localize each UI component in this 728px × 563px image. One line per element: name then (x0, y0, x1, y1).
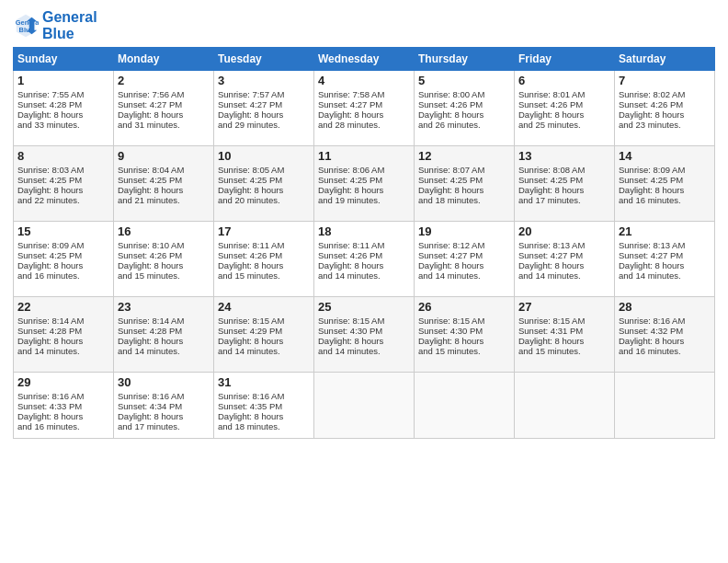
calendar-cell: 25Sunrise: 8:15 AMSunset: 4:30 PMDayligh… (314, 297, 415, 373)
calendar-cell: 9Sunrise: 8:04 AMSunset: 4:25 PMDaylight… (114, 146, 214, 222)
calendar-cell: 6Sunrise: 8:01 AMSunset: 4:26 PMDaylight… (515, 71, 615, 146)
day-number: 3 (218, 74, 310, 87)
calendar-cell: 18Sunrise: 8:11 AMSunset: 4:26 PMDayligh… (314, 222, 415, 297)
day-info: Daylight: 8 hours (17, 185, 109, 195)
day-number: 23 (118, 300, 210, 314)
day-info: and 15 minutes. (418, 346, 510, 356)
calendar-cell: 16Sunrise: 8:10 AMSunset: 4:26 PMDayligh… (114, 222, 214, 297)
day-info: Sunrise: 7:55 AM (17, 89, 109, 99)
logo-text2: Blue (42, 26, 97, 42)
day-info: and 33 minutes. (17, 120, 109, 130)
day-info: Daylight: 8 hours (118, 260, 210, 270)
calendar-cell: 28Sunrise: 8:16 AMSunset: 4:32 PMDayligh… (615, 297, 715, 373)
day-number: 25 (318, 300, 410, 314)
day-info: Sunset: 4:25 PM (17, 175, 109, 185)
calendar-cell: 24Sunrise: 8:15 AMSunset: 4:29 PMDayligh… (214, 297, 314, 373)
day-info: and 17 minutes. (518, 195, 610, 205)
day-info: Sunrise: 8:05 AM (218, 165, 310, 175)
day-info: Daylight: 8 hours (619, 185, 711, 195)
day-number: 31 (218, 375, 310, 389)
day-info: Sunset: 4:25 PM (518, 175, 610, 185)
calendar-cell: 4Sunrise: 7:58 AMSunset: 4:27 PMDaylight… (314, 71, 415, 146)
day-info: Sunset: 4:28 PM (17, 99, 109, 109)
day-info: and 15 minutes. (118, 270, 210, 281)
day-info: and 14 minutes. (318, 270, 410, 281)
calendar-cell (415, 373, 515, 439)
day-info: Daylight: 8 hours (118, 185, 210, 195)
logo-icon: General Blue (13, 13, 39, 39)
day-info: and 16 minutes. (17, 421, 109, 431)
calendar-cell: 15Sunrise: 8:09 AMSunset: 4:25 PMDayligh… (14, 222, 114, 297)
day-info: Daylight: 8 hours (418, 336, 510, 346)
calendar-cell: 3Sunrise: 7:57 AMSunset: 4:27 PMDaylight… (214, 71, 314, 146)
week-row-1: 1Sunrise: 7:55 AMSunset: 4:28 PMDaylight… (14, 71, 715, 146)
day-number: 16 (118, 224, 210, 238)
day-info: Sunrise: 8:16 AM (218, 391, 310, 401)
calendar-cell: 2Sunrise: 7:56 AMSunset: 4:27 PMDaylight… (114, 71, 214, 146)
logo-text: General (42, 9, 97, 26)
day-number: 9 (118, 149, 210, 163)
day-number: 12 (418, 149, 510, 163)
day-info: Sunrise: 7:58 AM (318, 89, 410, 99)
calendar-cell: 29Sunrise: 8:16 AMSunset: 4:33 PMDayligh… (14, 373, 114, 439)
day-info: and 20 minutes. (218, 195, 310, 205)
day-info: and 14 minutes. (518, 270, 610, 281)
day-info: and 31 minutes. (118, 120, 210, 130)
day-info: Daylight: 8 hours (218, 260, 310, 270)
day-info: Sunset: 4:34 PM (118, 401, 210, 411)
day-info: Sunset: 4:25 PM (118, 175, 210, 185)
day-info: and 19 minutes. (318, 195, 410, 205)
day-info: Daylight: 8 hours (17, 411, 109, 421)
day-info: and 18 minutes. (418, 195, 510, 205)
day-info: Sunset: 4:26 PM (318, 250, 410, 260)
day-number: 29 (17, 375, 109, 389)
page-container: General Blue General Blue SundayMondayTu… (0, 0, 728, 448)
day-info: Sunrise: 8:02 AM (619, 89, 711, 99)
calendar-cell (314, 373, 415, 439)
day-info: Sunset: 4:26 PM (418, 99, 510, 109)
day-info: Sunset: 4:28 PM (17, 326, 109, 336)
calendar-cell (615, 373, 715, 439)
calendar-cell (515, 373, 615, 439)
day-number: 30 (118, 375, 210, 389)
day-info: Daylight: 8 hours (518, 260, 610, 270)
day-info: and 16 minutes. (619, 195, 711, 205)
day-info: Sunrise: 7:57 AM (218, 89, 310, 99)
day-info: Daylight: 8 hours (318, 109, 410, 120)
day-info: Sunrise: 7:56 AM (118, 89, 210, 99)
day-info: Daylight: 8 hours (118, 109, 210, 120)
day-number: 21 (619, 224, 711, 238)
day-number: 24 (218, 300, 310, 314)
day-number: 8 (17, 149, 109, 163)
day-info: Sunrise: 8:13 AM (619, 240, 711, 250)
day-info: Daylight: 8 hours (318, 260, 410, 270)
day-info: Sunrise: 8:12 AM (418, 240, 510, 250)
day-info: Sunrise: 8:16 AM (619, 316, 711, 326)
weekday-tuesday: Tuesday (214, 48, 314, 71)
calendar-cell: 8Sunrise: 8:03 AMSunset: 4:25 PMDaylight… (14, 146, 114, 222)
calendar-cell: 31Sunrise: 8:16 AMSunset: 4:35 PMDayligh… (214, 373, 314, 439)
day-info: Sunset: 4:27 PM (418, 250, 510, 260)
calendar-cell: 21Sunrise: 8:13 AMSunset: 4:27 PMDayligh… (615, 222, 715, 297)
day-info: Sunset: 4:32 PM (619, 326, 711, 336)
calendar-cell: 27Sunrise: 8:15 AMSunset: 4:31 PMDayligh… (515, 297, 615, 373)
day-info: Sunrise: 8:03 AM (17, 165, 109, 175)
day-info: Sunset: 4:30 PM (418, 326, 510, 336)
day-info: Daylight: 8 hours (418, 260, 510, 270)
day-info: Sunset: 4:26 PM (518, 99, 610, 109)
day-info: Daylight: 8 hours (318, 185, 410, 195)
day-info: and 14 minutes. (318, 346, 410, 356)
calendar-cell: 14Sunrise: 8:09 AMSunset: 4:25 PMDayligh… (615, 146, 715, 222)
day-info: Sunrise: 8:07 AM (418, 165, 510, 175)
day-info: Sunset: 4:29 PM (218, 326, 310, 336)
day-number: 1 (17, 74, 109, 87)
day-info: Sunrise: 8:15 AM (518, 316, 610, 326)
day-info: Sunset: 4:31 PM (518, 326, 610, 336)
day-number: 17 (218, 224, 310, 238)
day-info: Sunset: 4:25 PM (218, 175, 310, 185)
day-number: 15 (17, 224, 109, 238)
day-info: Daylight: 8 hours (418, 109, 510, 120)
calendar-cell: 17Sunrise: 8:11 AMSunset: 4:26 PMDayligh… (214, 222, 314, 297)
day-info: Sunset: 4:27 PM (318, 99, 410, 109)
week-row-2: 8Sunrise: 8:03 AMSunset: 4:25 PMDaylight… (14, 146, 715, 222)
